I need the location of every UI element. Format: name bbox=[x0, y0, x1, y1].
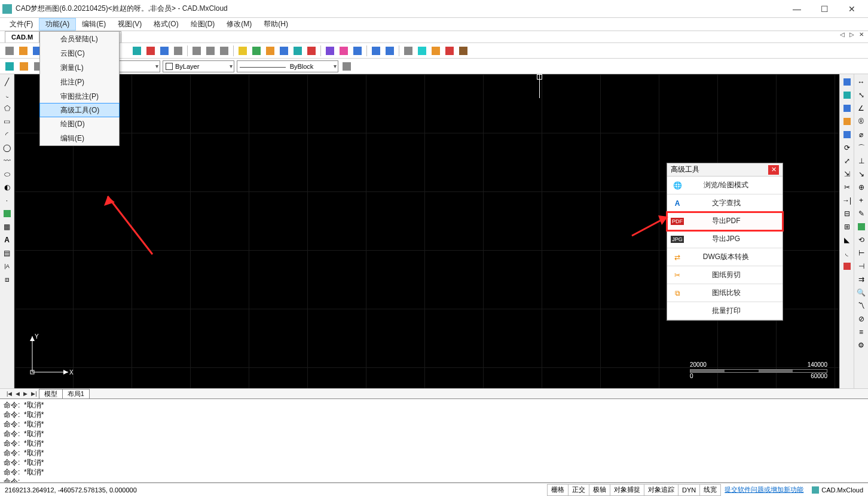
export-button[interactable] bbox=[457, 45, 469, 57]
draw-tool-1[interactable] bbox=[237, 45, 249, 57]
spline-tool[interactable]: 〰 bbox=[2, 156, 13, 166]
dropdown-login[interactable]: 会员登陆(L) bbox=[40, 32, 119, 46]
leader-tool[interactable]: ↘ bbox=[856, 169, 867, 179]
panel-item-dwg-convert[interactable]: ⇄ DWG版本转换 bbox=[667, 248, 783, 266]
jog-tool[interactable]: 〽 bbox=[856, 300, 867, 311]
tab-next-icon[interactable]: ▷ bbox=[848, 31, 856, 38]
zoom-window-button[interactable] bbox=[204, 45, 216, 57]
move-tool[interactable] bbox=[842, 129, 852, 140]
layout-tab-model[interactable]: 模型 bbox=[39, 389, 63, 398]
polyline-tool[interactable]: ⦦ bbox=[2, 90, 13, 101]
status-ortho-toggle[interactable]: 正交 bbox=[568, 484, 589, 496]
join-tool[interactable]: ⊞ bbox=[842, 221, 852, 232]
panel-item-findtext[interactable]: A 文字查找 bbox=[667, 194, 783, 212]
center-mark-tool[interactable]: + bbox=[856, 195, 867, 206]
mtext-tool[interactable]: |A bbox=[2, 261, 13, 272]
layer-state-button[interactable] bbox=[18, 60, 30, 72]
dim-angular-tool[interactable]: ∠ bbox=[856, 103, 867, 114]
tolerance-tool[interactable]: ⊕ bbox=[856, 182, 867, 193]
trim-tool[interactable]: ✂ bbox=[842, 182, 852, 193]
settings-button[interactable] bbox=[430, 45, 442, 57]
feedback-link[interactable]: 提交软件问题或增加新功能 bbox=[721, 485, 807, 494]
layout-last-icon[interactable]: ▶| bbox=[29, 391, 38, 397]
draw-tool-5[interactable] bbox=[292, 45, 304, 57]
panel-item-compare[interactable]: ⧉ 图纸比较 bbox=[667, 284, 783, 302]
doc-tab-1[interactable]: CAD.M bbox=[5, 31, 39, 42]
explode-tool[interactable] bbox=[842, 261, 852, 272]
layout-prev-icon[interactable]: ◀ bbox=[14, 391, 22, 397]
menu-modify[interactable]: 修改(M) bbox=[221, 18, 258, 31]
layout-first-icon[interactable]: |◀ bbox=[5, 391, 14, 397]
measure-button[interactable] bbox=[145, 45, 157, 57]
dim-baseline-tool[interactable]: ⊢ bbox=[856, 248, 867, 258]
redo-button[interactable] bbox=[384, 45, 396, 57]
panel-item-export-pdf[interactable]: PDF 导出PDF bbox=[667, 212, 783, 230]
dim-override-tool[interactable]: ⚙ bbox=[856, 340, 867, 351]
linetype-combo[interactable]: ——————— ByBlock ▾ bbox=[237, 60, 338, 72]
offset-tool[interactable] bbox=[842, 103, 852, 114]
status-lweight-toggle[interactable]: 线宽 bbox=[699, 484, 721, 496]
dim-linear-tool[interactable]: ↔ bbox=[856, 77, 867, 87]
undo-button[interactable] bbox=[370, 45, 382, 57]
panel-header[interactable]: 高级工具 ✕ bbox=[667, 163, 783, 177]
dim-radius-tool[interactable]: ® bbox=[856, 116, 867, 127]
layer-tool-2[interactable] bbox=[338, 45, 350, 57]
status-dyn-toggle[interactable]: DYN bbox=[678, 484, 700, 496]
draw-tool-4[interactable] bbox=[278, 45, 290, 57]
tab-prev-icon[interactable]: ◁ bbox=[838, 31, 846, 38]
dim-edit-tool[interactable]: ✎ bbox=[856, 208, 867, 219]
polygon-tool[interactable]: ⬠ bbox=[2, 103, 13, 114]
tab-close-icon[interactable]: ✕ bbox=[857, 31, 866, 38]
stretch-tool[interactable]: ⇲ bbox=[842, 169, 852, 179]
dim-ordinate-tool[interactable]: ⊥ bbox=[856, 156, 867, 166]
menu-file[interactable]: 文件(F) bbox=[4, 18, 39, 31]
layer-tool-3[interactable] bbox=[352, 45, 363, 57]
hatch-tool[interactable]: ▦ bbox=[2, 221, 13, 232]
panel-item-browse[interactable]: 🌐 浏览/绘图模式 bbox=[667, 177, 783, 194]
zoom-extent-button[interactable] bbox=[172, 45, 184, 57]
dropdown-annotate[interactable]: 批注(P) bbox=[40, 75, 119, 89]
chamfer-tool[interactable]: ◣ bbox=[842, 235, 852, 245]
ellipse-arc-tool[interactable]: ◐ bbox=[2, 182, 13, 193]
dropdown-edit[interactable]: 编辑(E) bbox=[40, 131, 119, 145]
break-tool[interactable]: ⊟ bbox=[842, 208, 852, 219]
command-input-line[interactable]: 命令: bbox=[4, 477, 864, 483]
zoom-in-button[interactable] bbox=[191, 45, 203, 57]
close-button[interactable]: ✕ bbox=[838, 0, 866, 18]
open-file-button[interactable] bbox=[17, 45, 29, 57]
layout-tab-layout1[interactable]: 布局1 bbox=[62, 389, 90, 398]
dim-style-tool[interactable] bbox=[856, 221, 867, 232]
draw-tool-2[interactable] bbox=[250, 45, 262, 57]
brush-button[interactable] bbox=[341, 60, 353, 72]
block-insert-tool[interactable] bbox=[2, 208, 13, 219]
status-grid-toggle[interactable]: 栅格 bbox=[547, 484, 569, 496]
color-combo[interactable]: ByLayer ▾ bbox=[163, 60, 234, 72]
draw-tool-3[interactable] bbox=[264, 45, 276, 57]
menu-view[interactable]: 视图(V) bbox=[112, 18, 148, 31]
new-file-button[interactable] bbox=[4, 45, 16, 57]
region-tool[interactable]: ⧈ bbox=[2, 274, 13, 285]
quick-dim-tool[interactable]: ⇉ bbox=[856, 274, 867, 285]
dim-space-tool[interactable]: ≡ bbox=[856, 327, 867, 337]
draw-tool-6[interactable] bbox=[305, 45, 317, 57]
circle-tool[interactable]: ◯ bbox=[2, 142, 13, 153]
dropdown-measure[interactable]: 测量(L) bbox=[40, 60, 119, 75]
table-tool[interactable]: ▤ bbox=[2, 248, 13, 258]
point-tool[interactable]: · bbox=[2, 195, 13, 206]
dim-continue-tool[interactable]: ⊣ bbox=[856, 261, 867, 272]
dropdown-cloud[interactable]: 云图(C) bbox=[40, 46, 119, 60]
scale-tool[interactable]: ⤢ bbox=[842, 156, 852, 166]
status-otrack-toggle[interactable]: 对象追踪 bbox=[644, 484, 678, 496]
status-polar-toggle[interactable]: 极轴 bbox=[589, 484, 610, 496]
dropdown-review[interactable]: 审图批注(P) bbox=[40, 89, 119, 104]
menu-edit[interactable]: 编辑(E) bbox=[76, 18, 112, 31]
globe-button[interactable] bbox=[416, 45, 428, 57]
status-osnap-toggle[interactable]: 对象捕捉 bbox=[610, 484, 644, 496]
inspect-tool[interactable]: 🔍 bbox=[856, 287, 867, 298]
line-tool[interactable]: ╱ bbox=[2, 77, 13, 87]
dim-diameter-tool[interactable]: ⌀ bbox=[856, 129, 867, 140]
panel-close-button[interactable]: ✕ bbox=[768, 165, 779, 175]
layout-next-icon[interactable]: ▶ bbox=[22, 391, 29, 397]
dropdown-draw[interactable]: 绘图(D) bbox=[40, 117, 119, 131]
print-button[interactable] bbox=[402, 45, 414, 57]
